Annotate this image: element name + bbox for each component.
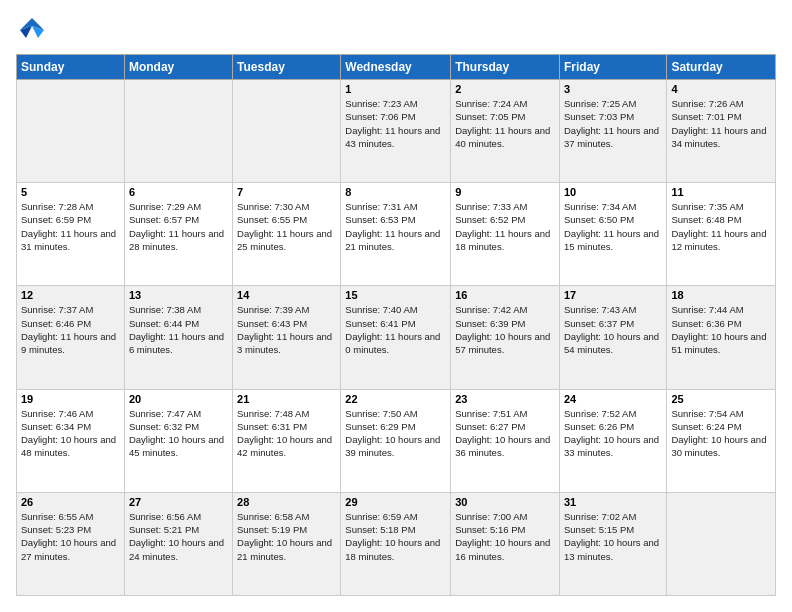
day-detail: Sunrise: 7:00 AM Sunset: 5:16 PM Dayligh…: [455, 510, 555, 563]
day-number: 16: [455, 289, 555, 301]
day-detail: Sunrise: 7:48 AM Sunset: 6:31 PM Dayligh…: [237, 407, 336, 460]
day-detail: Sunrise: 6:58 AM Sunset: 5:19 PM Dayligh…: [237, 510, 336, 563]
day-number: 12: [21, 289, 120, 301]
day-detail: Sunrise: 7:30 AM Sunset: 6:55 PM Dayligh…: [237, 200, 336, 253]
day-detail: Sunrise: 7:46 AM Sunset: 6:34 PM Dayligh…: [21, 407, 120, 460]
day-detail: Sunrise: 7:35 AM Sunset: 6:48 PM Dayligh…: [671, 200, 771, 253]
day-cell: 12Sunrise: 7:37 AM Sunset: 6:46 PM Dayli…: [17, 286, 125, 389]
day-detail: Sunrise: 7:54 AM Sunset: 6:24 PM Dayligh…: [671, 407, 771, 460]
day-detail: Sunrise: 7:24 AM Sunset: 7:05 PM Dayligh…: [455, 97, 555, 150]
day-detail: Sunrise: 7:42 AM Sunset: 6:39 PM Dayligh…: [455, 303, 555, 356]
day-number: 3: [564, 83, 662, 95]
day-cell: 20Sunrise: 7:47 AM Sunset: 6:32 PM Dayli…: [124, 389, 232, 492]
day-cell: 1Sunrise: 7:23 AM Sunset: 7:06 PM Daylig…: [341, 80, 451, 183]
day-number: 18: [671, 289, 771, 301]
day-header-friday: Friday: [559, 55, 666, 80]
calendar-table: SundayMondayTuesdayWednesdayThursdayFrid…: [16, 54, 776, 596]
day-header-tuesday: Tuesday: [233, 55, 341, 80]
day-cell: 17Sunrise: 7:43 AM Sunset: 6:37 PM Dayli…: [559, 286, 666, 389]
day-number: 11: [671, 186, 771, 198]
day-number: 26: [21, 496, 120, 508]
day-cell: 19Sunrise: 7:46 AM Sunset: 6:34 PM Dayli…: [17, 389, 125, 492]
day-number: 14: [237, 289, 336, 301]
day-detail: Sunrise: 7:39 AM Sunset: 6:43 PM Dayligh…: [237, 303, 336, 356]
day-detail: Sunrise: 6:55 AM Sunset: 5:23 PM Dayligh…: [21, 510, 120, 563]
week-row-1: 1Sunrise: 7:23 AM Sunset: 7:06 PM Daylig…: [17, 80, 776, 183]
day-detail: Sunrise: 7:43 AM Sunset: 6:37 PM Dayligh…: [564, 303, 662, 356]
day-number: 25: [671, 393, 771, 405]
day-cell: 2Sunrise: 7:24 AM Sunset: 7:05 PM Daylig…: [451, 80, 560, 183]
svg-marker-0: [20, 18, 44, 30]
day-number: 24: [564, 393, 662, 405]
day-cell: 6Sunrise: 7:29 AM Sunset: 6:57 PM Daylig…: [124, 183, 232, 286]
week-row-5: 26Sunrise: 6:55 AM Sunset: 5:23 PM Dayli…: [17, 492, 776, 595]
day-detail: Sunrise: 7:26 AM Sunset: 7:01 PM Dayligh…: [671, 97, 771, 150]
day-number: 31: [564, 496, 662, 508]
day-number: 20: [129, 393, 228, 405]
day-number: 9: [455, 186, 555, 198]
day-cell: 29Sunrise: 6:59 AM Sunset: 5:18 PM Dayli…: [341, 492, 451, 595]
logo-icon: [18, 16, 46, 44]
day-detail: Sunrise: 7:28 AM Sunset: 6:59 PM Dayligh…: [21, 200, 120, 253]
logo: [16, 16, 46, 44]
day-header-thursday: Thursday: [451, 55, 560, 80]
header: [16, 16, 776, 44]
day-header-saturday: Saturday: [667, 55, 776, 80]
day-detail: Sunrise: 7:23 AM Sunset: 7:06 PM Dayligh…: [345, 97, 446, 150]
day-number: 8: [345, 186, 446, 198]
day-detail: Sunrise: 7:29 AM Sunset: 6:57 PM Dayligh…: [129, 200, 228, 253]
day-detail: Sunrise: 7:37 AM Sunset: 6:46 PM Dayligh…: [21, 303, 120, 356]
day-header-sunday: Sunday: [17, 55, 125, 80]
day-cell: 14Sunrise: 7:39 AM Sunset: 6:43 PM Dayli…: [233, 286, 341, 389]
day-cell: 28Sunrise: 6:58 AM Sunset: 5:19 PM Dayli…: [233, 492, 341, 595]
day-detail: Sunrise: 6:59 AM Sunset: 5:18 PM Dayligh…: [345, 510, 446, 563]
day-cell: [667, 492, 776, 595]
day-cell: [233, 80, 341, 183]
day-detail: Sunrise: 7:51 AM Sunset: 6:27 PM Dayligh…: [455, 407, 555, 460]
day-cell: 7Sunrise: 7:30 AM Sunset: 6:55 PM Daylig…: [233, 183, 341, 286]
week-row-4: 19Sunrise: 7:46 AM Sunset: 6:34 PM Dayli…: [17, 389, 776, 492]
day-cell: 5Sunrise: 7:28 AM Sunset: 6:59 PM Daylig…: [17, 183, 125, 286]
day-number: 21: [237, 393, 336, 405]
day-cell: 30Sunrise: 7:00 AM Sunset: 5:16 PM Dayli…: [451, 492, 560, 595]
day-cell: [124, 80, 232, 183]
week-row-2: 5Sunrise: 7:28 AM Sunset: 6:59 PM Daylig…: [17, 183, 776, 286]
day-number: 13: [129, 289, 228, 301]
day-number: 2: [455, 83, 555, 95]
page: SundayMondayTuesdayWednesdayThursdayFrid…: [0, 0, 792, 612]
day-cell: 23Sunrise: 7:51 AM Sunset: 6:27 PM Dayli…: [451, 389, 560, 492]
day-number: 4: [671, 83, 771, 95]
day-cell: 11Sunrise: 7:35 AM Sunset: 6:48 PM Dayli…: [667, 183, 776, 286]
day-cell: 24Sunrise: 7:52 AM Sunset: 6:26 PM Dayli…: [559, 389, 666, 492]
day-detail: Sunrise: 7:31 AM Sunset: 6:53 PM Dayligh…: [345, 200, 446, 253]
day-cell: 21Sunrise: 7:48 AM Sunset: 6:31 PM Dayli…: [233, 389, 341, 492]
day-detail: Sunrise: 7:40 AM Sunset: 6:41 PM Dayligh…: [345, 303, 446, 356]
day-detail: Sunrise: 6:56 AM Sunset: 5:21 PM Dayligh…: [129, 510, 228, 563]
day-number: 15: [345, 289, 446, 301]
day-cell: 9Sunrise: 7:33 AM Sunset: 6:52 PM Daylig…: [451, 183, 560, 286]
day-detail: Sunrise: 7:47 AM Sunset: 6:32 PM Dayligh…: [129, 407, 228, 460]
day-number: 17: [564, 289, 662, 301]
day-detail: Sunrise: 7:02 AM Sunset: 5:15 PM Dayligh…: [564, 510, 662, 563]
day-number: 30: [455, 496, 555, 508]
day-number: 19: [21, 393, 120, 405]
day-detail: Sunrise: 7:33 AM Sunset: 6:52 PM Dayligh…: [455, 200, 555, 253]
day-cell: 31Sunrise: 7:02 AM Sunset: 5:15 PM Dayli…: [559, 492, 666, 595]
day-number: 5: [21, 186, 120, 198]
day-header-monday: Monday: [124, 55, 232, 80]
header-row: SundayMondayTuesdayWednesdayThursdayFrid…: [17, 55, 776, 80]
day-detail: Sunrise: 7:44 AM Sunset: 6:36 PM Dayligh…: [671, 303, 771, 356]
day-cell: 10Sunrise: 7:34 AM Sunset: 6:50 PM Dayli…: [559, 183, 666, 286]
day-number: 7: [237, 186, 336, 198]
day-cell: 13Sunrise: 7:38 AM Sunset: 6:44 PM Dayli…: [124, 286, 232, 389]
day-number: 22: [345, 393, 446, 405]
day-cell: 18Sunrise: 7:44 AM Sunset: 6:36 PM Dayli…: [667, 286, 776, 389]
day-detail: Sunrise: 7:50 AM Sunset: 6:29 PM Dayligh…: [345, 407, 446, 460]
day-number: 29: [345, 496, 446, 508]
day-detail: Sunrise: 7:38 AM Sunset: 6:44 PM Dayligh…: [129, 303, 228, 356]
day-cell: 8Sunrise: 7:31 AM Sunset: 6:53 PM Daylig…: [341, 183, 451, 286]
day-detail: Sunrise: 7:52 AM Sunset: 6:26 PM Dayligh…: [564, 407, 662, 460]
day-number: 28: [237, 496, 336, 508]
day-number: 1: [345, 83, 446, 95]
day-detail: Sunrise: 7:25 AM Sunset: 7:03 PM Dayligh…: [564, 97, 662, 150]
